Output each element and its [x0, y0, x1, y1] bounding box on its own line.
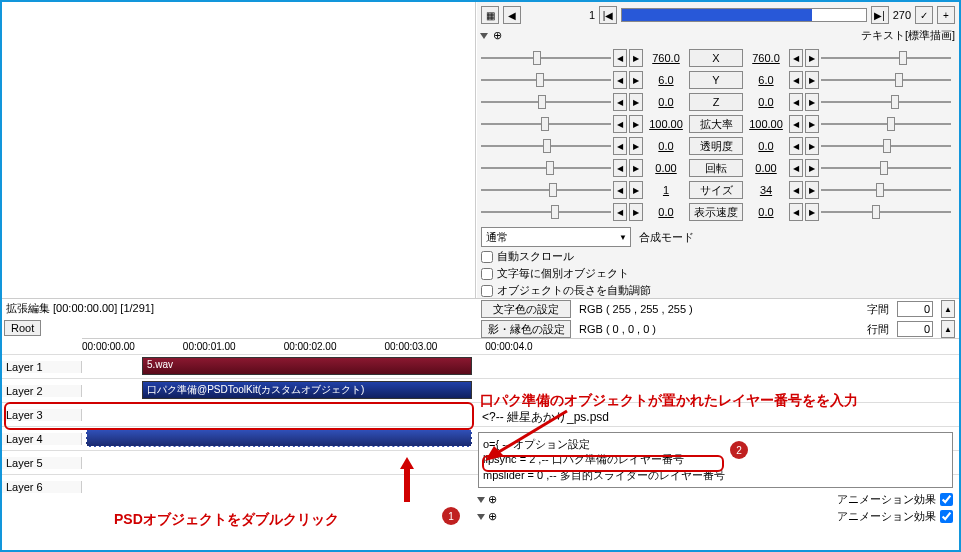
script-file: <?-- 紲星あかり_ps.psd	[478, 407, 953, 428]
preview-area	[2, 2, 476, 298]
perchar-checkbox[interactable]	[481, 268, 493, 280]
inc2-表示速度[interactable]: ▶	[805, 203, 819, 221]
val1-拡大率[interactable]: 100.00	[645, 118, 687, 130]
blend-select[interactable]: 通常	[481, 227, 631, 247]
clip-custom[interactable]: 口パク準備@PSDToolKit(カスタムオブジェクト)	[142, 381, 472, 399]
val2-拡大率[interactable]: 100.00	[745, 118, 787, 130]
inc-透明度[interactable]: ▶	[629, 137, 643, 155]
layer-label-6[interactable]: Layer 6	[2, 481, 82, 493]
inc2-回転[interactable]: ▶	[805, 159, 819, 177]
inc-回転[interactable]: ▶	[629, 159, 643, 177]
property-panel: ▦ ◀ 1 |◀ ▶| 270 ✓ + ⊕ テキスト[標準描画] ◀ ▶ 760…	[476, 2, 959, 298]
dec-Z[interactable]: ◀	[613, 93, 627, 111]
dec-透明度[interactable]: ◀	[613, 137, 627, 155]
script-textarea[interactable]: o={ -- オプション設定 lipsync = 2 ,-- 口パク準備のレイヤ…	[478, 432, 953, 488]
inc2-サイズ[interactable]: ▶	[805, 181, 819, 199]
dec-Y[interactable]: ◀	[613, 71, 627, 89]
autoscroll-checkbox[interactable]	[481, 251, 493, 263]
dec-拡大率[interactable]: ◀	[613, 115, 627, 133]
dec2-透明度[interactable]: ◀	[789, 137, 803, 155]
object-type: テキスト[標準描画]	[861, 28, 955, 43]
dec2-サイズ[interactable]: ◀	[789, 181, 803, 199]
inc2-Y[interactable]: ▶	[805, 71, 819, 89]
marker-1: 1	[442, 507, 460, 525]
val1-Z[interactable]: 0.0	[645, 96, 687, 108]
dec2-X[interactable]: ◀	[789, 49, 803, 67]
expand-anim1-icon[interactable]	[477, 497, 485, 503]
param-表示速度[interactable]: 表示速度	[689, 203, 743, 221]
inc-表示速度[interactable]: ▶	[629, 203, 643, 221]
val1-X[interactable]: 760.0	[645, 52, 687, 64]
val1-透明度[interactable]: 0.0	[645, 140, 687, 152]
param-Z[interactable]: Z	[689, 93, 743, 111]
blend-label: 合成モード	[639, 230, 694, 245]
param-サイズ[interactable]: サイズ	[689, 181, 743, 199]
annotation-2: PSDオブジェクトをダブルクリック	[114, 511, 339, 529]
anim-effect-checkbox-2[interactable]	[940, 510, 953, 523]
layer-label-4[interactable]: Layer 4	[2, 433, 82, 445]
inc-拡大率[interactable]: ▶	[629, 115, 643, 133]
val1-回転[interactable]: 0.00	[645, 162, 687, 174]
dec2-拡大率[interactable]: ◀	[789, 115, 803, 133]
param-拡大率[interactable]: 拡大率	[689, 115, 743, 133]
dec-表示速度[interactable]: ◀	[613, 203, 627, 221]
val2-X[interactable]: 760.0	[745, 52, 787, 64]
layer-label-5[interactable]: Layer 5	[2, 457, 82, 469]
seek-start-icon[interactable]: |◀	[599, 6, 617, 24]
inc2-拡大率[interactable]: ▶	[805, 115, 819, 133]
inc-Y[interactable]: ▶	[629, 71, 643, 89]
anim-effect-checkbox[interactable]	[940, 493, 953, 506]
val1-表示速度[interactable]: 0.0	[645, 206, 687, 218]
param-回転[interactable]: 回転	[689, 159, 743, 177]
val2-サイズ[interactable]: 34	[745, 184, 787, 196]
expand-icon[interactable]	[480, 33, 488, 39]
autolen-checkbox[interactable]	[481, 285, 493, 297]
param-Y[interactable]: Y	[689, 71, 743, 89]
val1-サイズ[interactable]: 1	[645, 184, 687, 196]
check-icon[interactable]: ✓	[915, 6, 933, 24]
grid-icon[interactable]: ▦	[481, 6, 499, 24]
dec2-回転[interactable]: ◀	[789, 159, 803, 177]
val2-回転[interactable]: 0.00	[745, 162, 787, 174]
dec-X[interactable]: ◀	[613, 49, 627, 67]
marker-2: 2	[730, 441, 748, 459]
seek-bar[interactable]	[621, 8, 867, 22]
inc-X[interactable]: ▶	[629, 49, 643, 67]
inc2-透明度[interactable]: ▶	[805, 137, 819, 155]
layer-label-1[interactable]: Layer 1	[2, 361, 82, 373]
val2-透明度[interactable]: 0.0	[745, 140, 787, 152]
param-透明度[interactable]: 透明度	[689, 137, 743, 155]
inc2-X[interactable]: ▶	[805, 49, 819, 67]
clip-wav[interactable]: 5.wav	[142, 357, 472, 375]
inc-サイズ[interactable]: ▶	[629, 181, 643, 199]
plus-icon[interactable]: +	[937, 6, 955, 24]
layer-label-2[interactable]: Layer 2	[2, 385, 82, 397]
anchor-icon[interactable]: ⊕	[493, 29, 502, 42]
seek-end-icon[interactable]: ▶|	[871, 6, 889, 24]
val1-Y[interactable]: 6.0	[645, 74, 687, 86]
val2-Y[interactable]: 6.0	[745, 74, 787, 86]
dec2-Y[interactable]: ◀	[789, 71, 803, 89]
dec-回転[interactable]: ◀	[613, 159, 627, 177]
root-button[interactable]: Root	[4, 320, 41, 336]
anim-effect-label: アニメーション効果	[837, 492, 936, 507]
timeline-title: 拡張編集 [00:00:00.00] [1/291]	[2, 298, 959, 318]
expand-anim2-icon[interactable]	[477, 514, 485, 520]
val2-Z[interactable]: 0.0	[745, 96, 787, 108]
back-icon[interactable]: ◀	[503, 6, 521, 24]
clip-psd[interactable]	[86, 429, 472, 447]
inc2-Z[interactable]: ▶	[805, 93, 819, 111]
inc-Z[interactable]: ▶	[629, 93, 643, 111]
anim-effect-label-2: アニメーション効果	[837, 509, 936, 524]
dec2-表示速度[interactable]: ◀	[789, 203, 803, 221]
layer-label-3[interactable]: Layer 3	[2, 409, 82, 421]
dec2-Z[interactable]: ◀	[789, 93, 803, 111]
frame-number: 1	[589, 9, 595, 21]
param-X[interactable]: X	[689, 49, 743, 67]
dec-サイズ[interactable]: ◀	[613, 181, 627, 199]
val2-表示速度[interactable]: 0.0	[745, 206, 787, 218]
frame-total: 270	[893, 9, 911, 21]
